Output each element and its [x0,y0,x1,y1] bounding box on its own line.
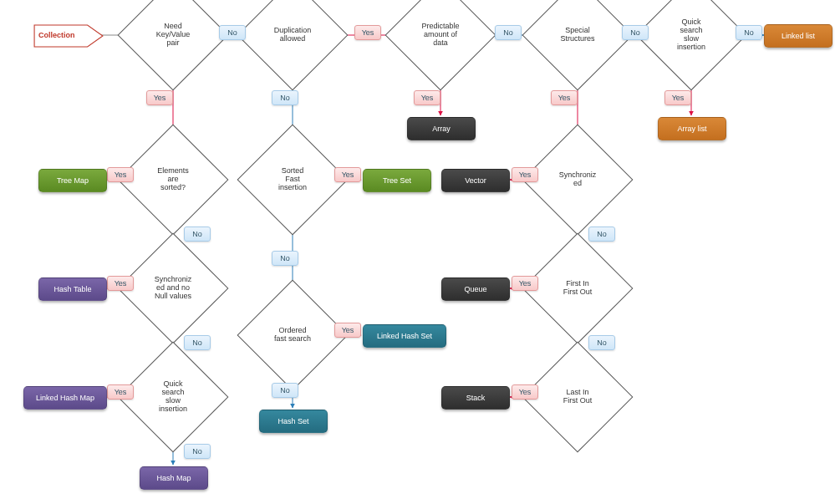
decision-lifo: Last InFirst Out [538,358,617,436]
edge-no: No [219,25,246,40]
edge-yes: Yes [334,323,361,338]
result-hash-table: Hash Table [38,277,107,301]
result-linked-list: Linked list [764,24,832,48]
edge-no: No [588,335,615,350]
edge-no: No [272,90,298,105]
decision-quick-search-l: Quicksearchslowinsertion [134,358,212,436]
edge-yes: Yes [512,384,538,400]
result-tree-set: Tree Set [363,169,431,192]
decision-ordered-fast: Orderedfast search [253,296,332,374]
edge-yes: Yes [334,167,361,182]
edge-yes: Yes [107,384,134,400]
decision-predictable: Predictableamount ofdata [401,0,480,74]
edge-no: No [622,25,649,40]
edge-no: No [588,227,615,242]
edge-yes: Yes [107,276,134,291]
edge-no: No [184,444,211,459]
start-label: Collection [38,31,75,39]
result-linked-hash-set: Linked Hash Set [363,324,446,348]
edge-yes: Yes [551,90,578,105]
edge-yes: Yes [512,276,538,291]
decision-quick-search-r: Quicksearchslowinsertion [652,0,731,74]
result-hash-map: Hash Map [140,466,208,490]
edge-yes: Yes [107,167,134,182]
result-array-list: Array list [658,117,726,140]
edge-yes: Yes [664,90,691,105]
result-tree-map: Tree Map [38,169,107,192]
edge-yes: Yes [146,90,173,105]
decision-fifo: First InFirst Out [538,249,617,328]
result-vector: Vector [441,169,510,192]
edge-no: No [272,251,298,266]
edge-no: No [495,25,522,40]
decision-synchronized: Synchronized [538,140,617,219]
decision-special: SpecialStructures [538,0,617,74]
decision-sorted-fast-ins: SortedFastinsertion [253,140,332,219]
result-array: Array [407,117,476,140]
start-terminal: Collection [33,24,104,46]
edge-no: No [272,383,298,398]
result-queue: Queue [441,277,510,301]
edge-yes: Yes [414,90,440,105]
edge-no: No [184,227,211,242]
edge-no: No [184,335,211,350]
edge-yes: Yes [512,167,538,182]
decision-elements-sorted: Elementsaresorted? [134,140,212,219]
edge-no: No [736,25,762,40]
result-linked-hash-map: Linked Hash Map [23,386,107,410]
decision-sync-no-null: Synchronized and noNull values [134,249,212,328]
result-stack: Stack [441,386,510,410]
result-hash-set: Hash Set [259,410,328,433]
edge-yes: Yes [354,25,381,40]
decision-duplication: Duplicationallowed [253,0,332,74]
decision-key-value: NeedKey/Valuepair [134,0,212,74]
connectors [0,0,835,504]
